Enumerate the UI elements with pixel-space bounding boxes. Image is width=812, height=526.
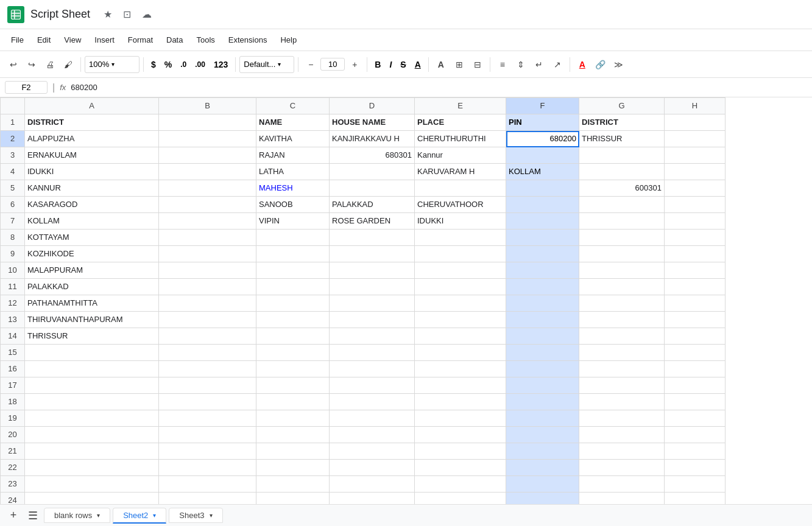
cell-D20[interactable] <box>330 427 415 443</box>
cell-C8[interactable] <box>256 230 330 246</box>
print-button[interactable]: 🖨 <box>41 56 58 73</box>
currency-button[interactable]: $ <box>147 58 160 71</box>
font-size-input[interactable] <box>320 58 345 71</box>
undo-button[interactable]: ↩ <box>5 56 22 73</box>
cell-C15[interactable] <box>256 345 330 361</box>
strikethrough-button[interactable]: S <box>397 58 409 71</box>
cell-C22[interactable] <box>256 460 330 476</box>
cell-A11[interactable]: PALAKKAD <box>25 279 159 295</box>
cell-B4[interactable] <box>159 164 256 180</box>
row-header-22[interactable]: 22 <box>1 460 25 476</box>
menu-item-view[interactable]: View <box>58 33 87 47</box>
cell-B7[interactable] <box>159 213 256 230</box>
cell-H11[interactable] <box>665 279 726 295</box>
cell-C12[interactable] <box>256 295 330 312</box>
cell-F24[interactable] <box>506 493 579 505</box>
cell-B17[interactable] <box>159 377 256 394</box>
cell-A8[interactable]: KOTTAYAM <box>25 230 159 246</box>
cell-F11[interactable] <box>506 279 579 295</box>
cell-D4[interactable] <box>330 164 415 180</box>
cell-C23[interactable] <box>256 476 330 493</box>
cell-B23[interactable] <box>159 476 256 493</box>
cell-C3[interactable]: RAJAN <box>256 147 330 164</box>
cell-F1[interactable]: PIN <box>506 114 579 131</box>
menu-item-tools[interactable]: Tools <box>190 33 221 47</box>
cell-C14[interactable] <box>256 328 330 345</box>
cell-B15[interactable] <box>159 345 256 361</box>
cell-A1[interactable]: DISTRICT <box>25 114 159 131</box>
underline-button[interactable]: A <box>411 58 425 71</box>
cell-E10[interactable] <box>415 262 506 279</box>
row-header-17[interactable]: 17 <box>1 377 25 394</box>
row-header-9[interactable]: 9 <box>1 246 25 262</box>
cell-A20[interactable] <box>25 427 159 443</box>
cell-D17[interactable] <box>330 377 415 394</box>
col-header-c[interactable]: C <box>256 98 330 114</box>
cell-C21[interactable] <box>256 443 330 460</box>
cell-E2[interactable]: CHERUTHURUTHI <box>415 131 506 147</box>
italic-button[interactable]: I <box>386 58 395 71</box>
cell-E3[interactable]: Kannur <box>415 147 506 164</box>
col-header-b[interactable]: B <box>159 98 256 114</box>
cell-D5[interactable] <box>330 180 415 197</box>
cell-H6[interactable] <box>665 197 726 213</box>
row-header-21[interactable]: 21 <box>1 443 25 460</box>
merge-cells-button[interactable]: ⊟ <box>469 56 486 73</box>
cell-D13[interactable] <box>330 312 415 328</box>
cell-C5[interactable]: MAHESH <box>256 180 330 197</box>
cell-G10[interactable] <box>579 262 665 279</box>
cell-B24[interactable] <box>159 493 256 505</box>
cell-E12[interactable] <box>415 295 506 312</box>
cell-F17[interactable] <box>506 377 579 394</box>
cell-B18[interactable] <box>159 394 256 410</box>
cell-A3[interactable]: ERNAKULAM <box>25 147 159 164</box>
cell-F5[interactable] <box>506 180 579 197</box>
col-header-g[interactable]: G <box>579 98 665 114</box>
cell-C7[interactable]: VIPIN <box>256 213 330 230</box>
cell-E14[interactable] <box>415 328 506 345</box>
cell-G9[interactable] <box>579 246 665 262</box>
cell-D22[interactable] <box>330 460 415 476</box>
number-format-button[interactable]: 123 <box>210 58 231 71</box>
move-to-drive-button[interactable]: ⊡ <box>121 6 133 23</box>
col-header-f[interactable]: F <box>506 98 579 114</box>
menu-item-help[interactable]: Help <box>274 33 303 47</box>
cell-C6[interactable]: SANOOB <box>256 197 330 213</box>
cell-H10[interactable] <box>665 262 726 279</box>
cell-E21[interactable] <box>415 443 506 460</box>
cell-D10[interactable] <box>330 262 415 279</box>
cell-G3[interactable] <box>579 147 665 164</box>
cell-G12[interactable] <box>579 295 665 312</box>
cell-C18[interactable] <box>256 394 330 410</box>
cell-C13[interactable] <box>256 312 330 328</box>
cell-B14[interactable] <box>159 328 256 345</box>
cell-A5[interactable]: KANNUR <box>25 180 159 197</box>
cell-F10[interactable] <box>506 262 579 279</box>
cell-G1[interactable]: DISTRICT <box>579 114 665 131</box>
row-header-7[interactable]: 7 <box>1 213 25 230</box>
cell-D19[interactable] <box>330 410 415 427</box>
row-header-13[interactable]: 13 <box>1 312 25 328</box>
fill-color-button[interactable]: A <box>432 56 450 73</box>
cell-A22[interactable] <box>25 460 159 476</box>
cell-B16[interactable] <box>159 361 256 377</box>
cell-H17[interactable] <box>665 377 726 394</box>
cell-G8[interactable] <box>579 230 665 246</box>
cell-B20[interactable] <box>159 427 256 443</box>
row-header-16[interactable]: 16 <box>1 361 25 377</box>
menu-item-format[interactable]: Format <box>122 33 159 47</box>
cell-F13[interactable] <box>506 312 579 328</box>
cell-G23[interactable] <box>579 476 665 493</box>
cell-H4[interactable] <box>665 164 726 180</box>
bold-button[interactable]: B <box>371 58 384 71</box>
cell-F20[interactable] <box>506 427 579 443</box>
cell-F18[interactable] <box>506 394 579 410</box>
cell-F22[interactable] <box>506 460 579 476</box>
cell-A17[interactable] <box>25 377 159 394</box>
row-header-23[interactable]: 23 <box>1 476 25 493</box>
cell-B10[interactable] <box>159 262 256 279</box>
cell-E8[interactable] <box>415 230 506 246</box>
cell-G2[interactable]: THRISSUR <box>579 131 665 147</box>
cell-B6[interactable] <box>159 197 256 213</box>
cell-F2[interactable]: 680200 <box>506 131 579 147</box>
